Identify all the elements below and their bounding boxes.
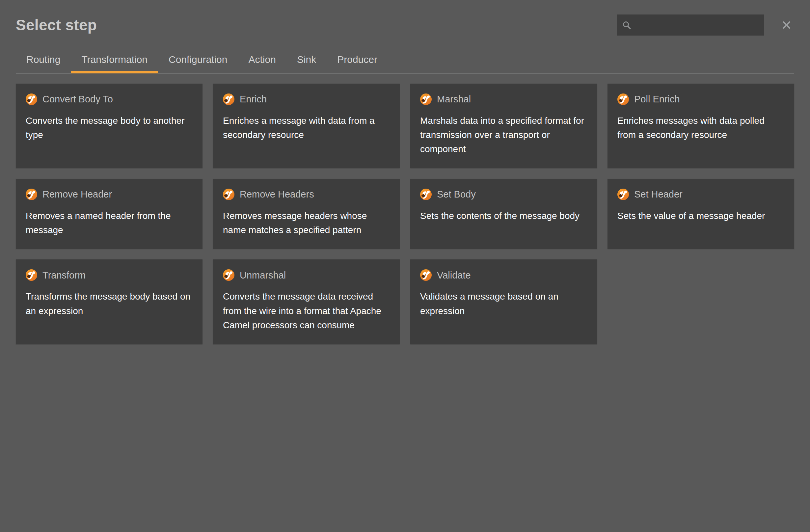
search-box: [617, 15, 764, 35]
tab-transformation[interactable]: Transformation: [71, 51, 158, 73]
step-title: Set Body: [437, 189, 476, 200]
step-card-enrich[interactable]: Enrich Enriches a message with data from…: [213, 84, 400, 168]
camel-logo-icon: [420, 94, 432, 105]
step-title: Set Header: [634, 189, 683, 200]
step-catalog-grid: Convert Body To Converts the message bod…: [16, 84, 794, 344]
tab-producer[interactable]: Producer: [327, 51, 388, 73]
camel-logo-icon: [617, 94, 629, 105]
camel-logo-icon: [617, 189, 629, 200]
camel-logo-icon: [26, 94, 37, 105]
tab-label: Sink: [297, 54, 316, 65]
modal-header: Select step: [16, 15, 794, 35]
step-card-transform[interactable]: Transform Transforms the message body ba…: [16, 259, 202, 344]
step-description: Transforms the message body based on an …: [26, 289, 193, 318]
step-description: Sets the contents of the message body: [420, 209, 587, 223]
step-card-marshal[interactable]: Marshal Marshals data into a specified f…: [410, 84, 597, 168]
tab-bar: Routing Transformation Configuration Act…: [16, 51, 794, 74]
step-description: Marshals data into a specified format fo…: [420, 114, 587, 156]
tab-routing[interactable]: Routing: [16, 51, 71, 73]
step-description: Removes message headers whose name match…: [223, 209, 390, 237]
step-description: Validates a message based on an expressi…: [420, 289, 587, 318]
camel-logo-icon: [420, 189, 432, 200]
tab-action[interactable]: Action: [238, 51, 286, 73]
step-description: Converts the message data received from …: [223, 289, 390, 332]
close-button[interactable]: [779, 17, 794, 33]
step-description: Enriches messages with data polled from …: [617, 114, 784, 142]
step-description: Removes a named header from the message: [26, 209, 193, 237]
step-card-header: Remove Header: [26, 189, 193, 200]
step-card-set-body[interactable]: Set Body Sets the contents of the messag…: [410, 179, 597, 249]
step-card-header: Remove Headers: [223, 189, 390, 200]
step-card-header: Convert Body To: [26, 94, 193, 105]
step-card-header: Poll Enrich: [617, 94, 784, 105]
step-card-header: Marshal: [420, 94, 587, 105]
step-description: Sets the value of a message header: [617, 209, 784, 223]
camel-logo-icon: [26, 189, 37, 200]
tab-label: Configuration: [168, 54, 227, 65]
camel-logo-icon: [420, 269, 432, 281]
step-title: Transform: [43, 270, 86, 281]
step-title: Remove Header: [43, 189, 112, 200]
step-card-header: Validate: [420, 269, 587, 281]
step-card-header: Set Body: [420, 189, 587, 200]
step-title: Remove Headers: [240, 189, 314, 200]
tab-label: Producer: [337, 54, 377, 65]
search-input[interactable]: [636, 19, 759, 31]
step-card-remove-header[interactable]: Remove Header Removes a named header fro…: [16, 179, 202, 249]
step-card-remove-headers[interactable]: Remove Headers Removes message headers w…: [213, 179, 400, 249]
step-title: Validate: [437, 270, 471, 281]
step-card-convert-body-to[interactable]: Convert Body To Converts the message bod…: [16, 84, 202, 168]
step-title: Marshal: [437, 94, 471, 105]
tab-sink[interactable]: Sink: [287, 51, 327, 73]
step-title: Convert Body To: [43, 94, 113, 105]
step-card-header: Set Header: [617, 189, 784, 200]
camel-logo-icon: [223, 94, 234, 105]
step-description: Enriches a message with data from a seco…: [223, 114, 390, 142]
tab-label: Action: [248, 54, 276, 65]
search-icon: [622, 20, 631, 30]
step-title: Enrich: [240, 94, 267, 105]
tab-label: Routing: [26, 54, 60, 65]
camel-logo-icon: [223, 189, 234, 200]
close-icon: [782, 20, 792, 30]
tab-configuration[interactable]: Configuration: [158, 51, 238, 73]
step-description: Converts the message body to another typ…: [26, 114, 193, 142]
step-card-header: Unmarshal: [223, 269, 390, 281]
step-card-header: Transform: [26, 269, 193, 281]
step-card-header: Enrich: [223, 94, 390, 105]
camel-logo-icon: [26, 269, 37, 281]
step-title: Poll Enrich: [634, 94, 680, 105]
step-card-poll-enrich[interactable]: Poll Enrich Enriches messages with data …: [608, 84, 794, 168]
step-title: Unmarshal: [240, 270, 286, 281]
camel-logo-icon: [223, 269, 234, 281]
page-title: Select step: [16, 17, 97, 34]
select-step-modal: Select step Routing Transformation: [0, 0, 810, 532]
step-card-validate[interactable]: Validate Validates a message based on an…: [410, 259, 597, 344]
step-card-unmarshal[interactable]: Unmarshal Converts the message data rece…: [213, 259, 400, 344]
step-card-set-header[interactable]: Set Header Sets the value of a message h…: [608, 179, 794, 249]
tab-label: Transformation: [81, 54, 147, 65]
